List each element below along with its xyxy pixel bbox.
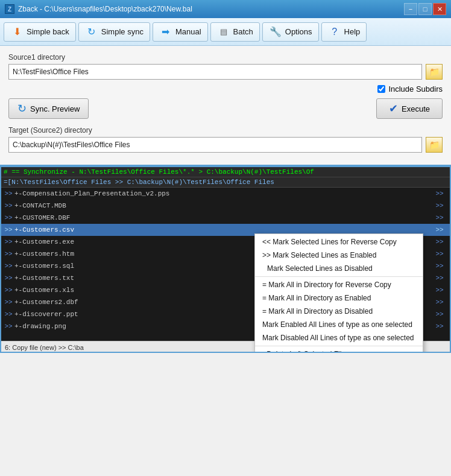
file-row-name: +-CONTACT.MDB bbox=[14, 202, 430, 209]
include-subdirs-row: Include Subdirs bbox=[8, 84, 443, 94]
file-panel-subheader: =[N:\TestFiles\Office Files >> C:\backup… bbox=[1, 177, 450, 188]
title-bar-left: Z Zback - C:\Users\snapfiles\Desktop\zba… bbox=[5, 4, 192, 14]
manual-icon: ➡ bbox=[159, 25, 172, 39]
file-row-arrow: >> bbox=[2, 311, 14, 318]
file-row[interactable]: >>+-CUSTOMER.DBF>> bbox=[1, 212, 450, 224]
file-row-name: +-Compensation_Plan_Presentation_v2.pps bbox=[14, 190, 430, 197]
context-menu-item-mark-reverse[interactable]: << Mark Selected Lines for Reverse Copy bbox=[255, 235, 423, 249]
manual-label: Manual bbox=[175, 27, 201, 36]
simple-sync-button[interactable]: ↻ Simple sync bbox=[78, 22, 150, 42]
file-row-arrow: >> bbox=[2, 214, 14, 221]
file-row-dest: >> bbox=[430, 287, 449, 294]
file-row-name: +-CUSTOMER.DBF bbox=[14, 214, 430, 221]
help-label: Help bbox=[344, 27, 361, 36]
close-button[interactable]: ✕ bbox=[433, 3, 446, 15]
file-row-arrow: >> bbox=[2, 323, 14, 330]
target-row: 📁 bbox=[8, 137, 443, 153]
app-icon: Z bbox=[5, 4, 14, 14]
context-menu-separator bbox=[255, 276, 423, 277]
file-row-dest: >> bbox=[430, 226, 449, 233]
include-subdirs-checkbox[interactable] bbox=[377, 85, 385, 93]
file-row-dest: >> bbox=[430, 202, 449, 209]
options-label: Options bbox=[285, 27, 312, 36]
file-row-dest: >> bbox=[430, 262, 449, 270]
file-row-arrow: >> bbox=[2, 238, 14, 246]
options-button[interactable]: 🔧 Options bbox=[262, 22, 319, 42]
file-row-arrow: >> bbox=[2, 226, 14, 233]
context-menu-item-mark-all-enabled[interactable]: = Mark All in Directory as Enabled bbox=[255, 291, 423, 305]
action-row: ↻ Sync. Preview ✔ Execute bbox=[8, 98, 443, 119]
simple-back-label: Simple back bbox=[27, 27, 69, 36]
include-subdirs-label: Include Subdirs bbox=[388, 84, 443, 94]
title-bar: Z Zback - C:\Users\snapfiles\Desktop\zba… bbox=[0, 0, 451, 18]
file-row-arrow: >> bbox=[2, 190, 14, 197]
maximize-button[interactable]: □ bbox=[418, 3, 432, 15]
file-row-name: +-Customers.csv bbox=[14, 226, 430, 233]
batch-label: Batch bbox=[233, 27, 253, 36]
file-row-dest: >> bbox=[430, 250, 449, 258]
context-menu-item-mark-enabled-type[interactable]: Mark Enabled All Lines of type as one se… bbox=[255, 318, 423, 331]
sync-preview-label: Sync. Preview bbox=[30, 104, 80, 113]
file-row-dest: >> bbox=[430, 274, 449, 282]
context-menu: << Mark Selected Lines for Reverse Copy>… bbox=[254, 233, 423, 353]
window-controls: − □ ✕ bbox=[404, 3, 446, 15]
execute-label: Execute bbox=[402, 104, 430, 113]
simple-sync-label: Simple sync bbox=[101, 27, 144, 36]
file-row-dest: >> bbox=[430, 214, 449, 221]
context-menu-item-mark-disabled-type[interactable]: Mark Disabled All Lines of type as one s… bbox=[255, 331, 423, 344]
context-menu-item-mark-all-disabled[interactable]: = Mark All in Directory as Disabled bbox=[255, 305, 423, 318]
manual-button[interactable]: ➡ Manual bbox=[153, 22, 208, 42]
sync-preview-button[interactable]: ↻ Sync. Preview bbox=[8, 98, 89, 119]
file-row[interactable]: >>+-Compensation_Plan_Presentation_v2.pp… bbox=[1, 188, 450, 200]
simple-back-button[interactable]: ⬇ Simple back bbox=[4, 22, 76, 42]
file-row-arrow: >> bbox=[2, 250, 14, 258]
file-row-arrow: >> bbox=[2, 299, 14, 306]
source1-label: Source1 directory bbox=[8, 53, 443, 62]
file-row-dest: >> bbox=[430, 311, 449, 318]
file-panel-header: # == Synchronize - N:\TestFiles\Office F… bbox=[1, 167, 450, 177]
execute-icon: ✔ bbox=[389, 102, 398, 115]
target-input[interactable] bbox=[8, 137, 422, 153]
file-row-dest: >> bbox=[430, 238, 449, 246]
window-title: Zback - C:\Users\snapfiles\Desktop\zback… bbox=[18, 5, 192, 13]
file-row[interactable]: >>+-CONTACT.MDB>> bbox=[1, 200, 450, 212]
source1-row: 📁 bbox=[8, 64, 443, 80]
file-row-arrow: >> bbox=[2, 262, 14, 270]
file-panel: # == Synchronize - N:\TestFiles\Office F… bbox=[0, 166, 451, 353]
context-menu-item-mark-enabled[interactable]: >> Mark Selected Lines as Enabled bbox=[255, 249, 423, 262]
help-button[interactable]: ? Help bbox=[321, 22, 367, 42]
file-row-arrow: >> bbox=[2, 287, 14, 294]
context-menu-item-mark-disabled[interactable]: Mark Selected Lines as Disabled bbox=[255, 262, 423, 275]
batch-icon: ▤ bbox=[217, 25, 230, 39]
file-row-dest: >> bbox=[430, 190, 449, 197]
context-menu-separator bbox=[255, 346, 423, 346]
options-icon: 🔧 bbox=[269, 25, 282, 39]
execute-button[interactable]: ✔ Execute bbox=[376, 98, 443, 119]
target-label: Target (Source2) directory bbox=[8, 126, 443, 135]
file-row-dest: >> bbox=[430, 299, 449, 306]
simple-sync-icon: ↻ bbox=[85, 25, 98, 39]
file-row-arrow: >> bbox=[2, 274, 14, 282]
context-menu-item-mark-all-reverse[interactable]: = Mark All in Directory for Reverse Copy bbox=[255, 278, 423, 291]
simple-back-icon: ⬇ bbox=[10, 25, 24, 39]
help-icon: ? bbox=[328, 25, 341, 39]
source1-folder-button[interactable]: 📁 bbox=[426, 64, 443, 80]
file-row-dest: >> bbox=[430, 323, 449, 330]
file-row-arrow: >> bbox=[2, 202, 14, 209]
batch-button[interactable]: ▤ Batch bbox=[210, 22, 260, 42]
target-folder-button[interactable]: 📁 bbox=[426, 137, 443, 153]
status-bar-text: 6: Copy file (new) >> C:\ba bbox=[5, 344, 84, 351]
source1-input[interactable] bbox=[8, 64, 422, 80]
toolbar: ⬇ Simple back ↻ Simple sync ➡ Manual ▤ B… bbox=[0, 18, 451, 46]
sync-preview-icon: ↻ bbox=[17, 102, 27, 115]
minimize-button[interactable]: − bbox=[404, 3, 417, 15]
main-form-panel: Source1 directory 📁 Include Subdirs ↻ Sy… bbox=[0, 46, 451, 166]
